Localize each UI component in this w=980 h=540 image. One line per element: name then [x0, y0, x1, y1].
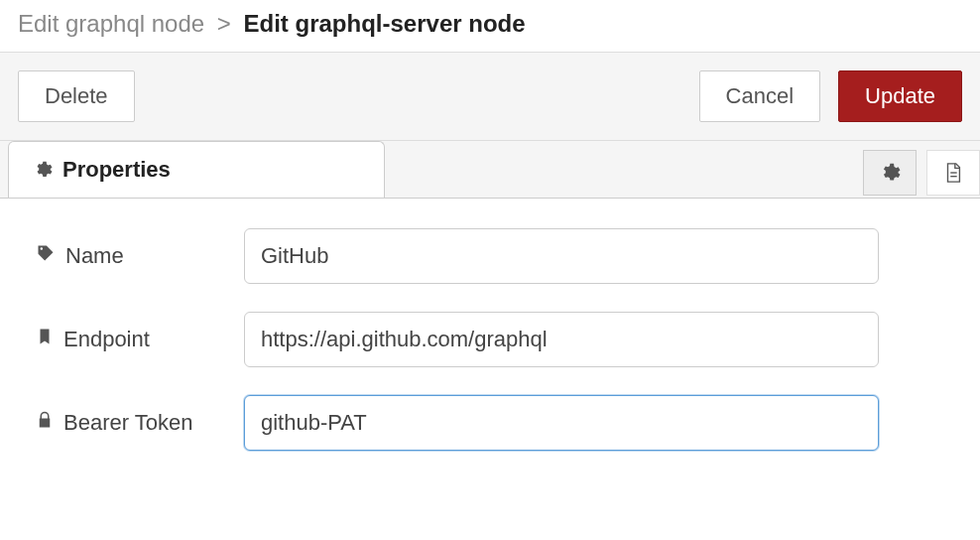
- endpoint-row: Endpoint: [36, 312, 962, 367]
- endpoint-input[interactable]: [244, 312, 879, 367]
- breadcrumb-current: Edit graphql-server node: [244, 10, 526, 37]
- gear-icon: [879, 162, 901, 184]
- bearer-token-label-text: Bearer Token: [63, 410, 192, 436]
- cancel-button[interactable]: Cancel: [699, 70, 820, 122]
- update-button[interactable]: Update: [838, 70, 962, 122]
- bearer-token-label: Bearer Token: [36, 410, 244, 436]
- tab-properties-label: Properties: [62, 157, 171, 183]
- name-label: Name: [36, 243, 244, 269]
- endpoint-label-text: Endpoint: [63, 327, 150, 352]
- name-label-text: Name: [65, 243, 124, 269]
- tag-icon: [36, 243, 56, 269]
- tab-properties[interactable]: Properties: [8, 141, 385, 198]
- tabs-row: Properties: [0, 141, 980, 199]
- bearer-token-row: Bearer Token: [36, 395, 962, 451]
- endpoint-label: Endpoint: [36, 327, 244, 352]
- action-bar: Delete Cancel Update: [0, 53, 980, 141]
- lock-icon: [36, 410, 54, 436]
- properties-form: Name Endpoint Bearer Token: [0, 199, 980, 451]
- delete-button[interactable]: Delete: [18, 70, 135, 122]
- breadcrumb-parent[interactable]: Edit graphql node: [18, 10, 204, 37]
- name-input[interactable]: [244, 228, 879, 284]
- name-row: Name: [36, 228, 962, 284]
- bookmark-icon: [36, 327, 54, 352]
- breadcrumb: Edit graphql node > Edit graphql-server …: [0, 0, 980, 53]
- doc-icon-button[interactable]: [926, 150, 980, 196]
- settings-icon-button[interactable]: [863, 150, 917, 196]
- breadcrumb-separator: >: [211, 10, 237, 37]
- doc-icon: [942, 162, 964, 184]
- gear-icon: [33, 160, 53, 180]
- bearer-token-input[interactable]: [244, 395, 879, 451]
